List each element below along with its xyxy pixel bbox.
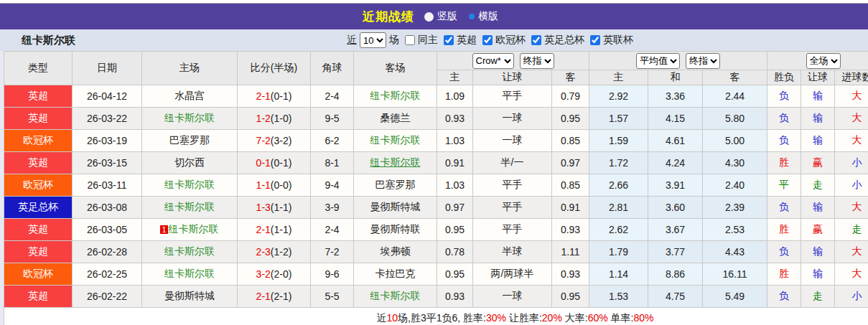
home-team[interactable]: 水晶宫 [142, 85, 238, 108]
wdl-result: 负 [767, 130, 801, 152]
avg-away-odds: 5.49 [703, 286, 767, 308]
handicap-result: 输 [801, 85, 835, 108]
bookmaker-select[interactable]: Crow* [472, 53, 514, 69]
average-select[interactable]: 平均值 [636, 53, 680, 69]
league-badge: 欧冠杯 [4, 130, 73, 152]
home-team[interactable]: 纽卡斯尔联 [142, 197, 238, 219]
away-team[interactable]: 纽卡斯尔联 [354, 130, 437, 152]
home-team[interactable]: 纽卡斯尔联 [142, 174, 238, 197]
home-team[interactable]: 纽卡斯尔联 [142, 108, 238, 130]
avg-draw-odds: 4.24 [648, 152, 703, 174]
goals-result: 大 [835, 108, 868, 130]
league-badge: 英超 [4, 85, 73, 108]
away-team[interactable]: 曼彻斯特城 [354, 197, 437, 219]
near-link[interactable]: 近 [347, 34, 357, 47]
crow-handicap: 平手 [473, 219, 552, 241]
page-title: 近期战绩 [363, 9, 414, 25]
away-team[interactable]: 曼彻斯特联 [354, 219, 437, 241]
home-team[interactable]: 纽卡斯尔联 [142, 263, 238, 286]
score-cell: 3-2(2-0) [238, 263, 311, 286]
away-team[interactable]: 纽卡斯尔联 [354, 152, 437, 174]
goals-result: 大 [835, 241, 868, 263]
crow-handicap: 半球 [473, 241, 552, 263]
scope-select[interactable]: 全场 [806, 53, 841, 69]
match-count-select[interactable]: 10 [360, 32, 386, 48]
avg-draw-odds: 3.77 [648, 241, 703, 263]
final-odds-select-2[interactable]: 终指 [686, 53, 720, 69]
crow-away-odds: 0.79 [552, 85, 589, 108]
avg-home-odds: 2.62 [589, 219, 648, 241]
games-label: 场 [389, 34, 399, 47]
ucl-checkbox[interactable] [482, 35, 493, 45]
layout-radio-group: 竖版 横版 [424, 10, 505, 23]
crow-handicap: 一球 [473, 108, 552, 130]
avg-draw-odds: 4.61 [648, 130, 703, 152]
away-team[interactable]: 纽卡斯尔联 [354, 286, 437, 308]
crow-handicap: 平手 [473, 174, 552, 197]
avg-draw-odds: 3.36 [648, 85, 703, 108]
league-filter-epl[interactable]: 英超 [441, 34, 477, 47]
facup-checkbox[interactable] [531, 35, 541, 45]
wdl-result: 负 [767, 197, 801, 219]
crow-home-odds: 1.09 [437, 85, 473, 108]
away-team[interactable]: 巴塞罗那 [354, 174, 437, 197]
epl-checkbox[interactable] [444, 35, 454, 45]
avg-away-odds: 4.43 [703, 241, 767, 263]
avg-away-odds: 2.44 [703, 85, 767, 108]
sub-header-avg-away: 客 [703, 70, 767, 85]
avg-draw-odds: 3.67 [648, 219, 703, 241]
score-cell: 1-1(0-0) [238, 174, 311, 197]
final-odds-select-1[interactable]: 终指 [520, 53, 554, 69]
home-team[interactable]: 巴塞罗那 [142, 130, 238, 152]
sub-header-handicap-result: 让球 [801, 70, 835, 85]
home-team[interactable]: 1纽卡斯尔联 [142, 219, 238, 241]
crow-away-odds: 0.91 [552, 197, 589, 219]
away-team[interactable]: 埃弗顿 [354, 241, 437, 263]
home-team[interactable]: 曼彻斯特城 [142, 286, 238, 308]
same-home-filter[interactable]: 同主 [402, 34, 438, 47]
league-badge: 英足总杯 [4, 197, 73, 219]
handicap-result: 输 [801, 197, 835, 219]
wdl-result: 平 [767, 174, 801, 197]
layout-option-horizontal[interactable]: 横版 [469, 10, 498, 23]
handicap-result: 输 [801, 108, 835, 130]
vertical-radio[interactable] [424, 12, 434, 22]
col-header-score: 比分(半场) [238, 52, 311, 85]
home-team[interactable]: 纽卡斯尔联 [142, 241, 238, 263]
table-row: 英超 26-03-22 纽卡斯尔联 1-2(1-0) 9-5 桑德兰 0.93 … [4, 108, 868, 130]
home-team[interactable]: 切尔西 [142, 152, 238, 174]
results-tbody: 英超 26-04-12 水晶宫 2-1(0-1) 2-4 纽卡斯尔联 1.09 … [4, 85, 868, 308]
league-filter-ucl[interactable]: 欧冠杯 [480, 34, 526, 47]
avg-home-odds: 2.81 [589, 197, 648, 219]
sub-header-goals: 进球数 [835, 70, 868, 85]
score-cell: 1-3(1-1) [238, 197, 311, 219]
wdl-result: 负 [767, 85, 801, 108]
goals-result: 小 [835, 152, 868, 174]
handicap-result: 输 [801, 241, 835, 263]
away-team[interactable]: 桑德兰 [354, 108, 437, 130]
col-header-home: 主场 [142, 52, 238, 85]
away-team[interactable]: 纽卡斯尔联 [354, 85, 437, 108]
avg-draw-odds: 4.15 [648, 108, 703, 130]
wdl-result: 负 [767, 286, 801, 308]
league-filter-facup[interactable]: 英足总杯 [528, 34, 584, 47]
title-bar: 近期战绩 竖版 横版 [0, 4, 868, 29]
col-header-date: 日期 [73, 52, 142, 85]
result-group: 全场 [767, 52, 868, 70]
crow-handicap: 两/两球半 [473, 263, 552, 286]
same-home-checkbox[interactable] [405, 35, 415, 45]
avg-draw-odds: 3.60 [648, 197, 703, 219]
table-row: 英超 26-04-12 水晶宫 2-1(0-1) 2-4 纽卡斯尔联 1.09 … [4, 85, 868, 108]
match-date: 26-03-22 [73, 108, 142, 130]
match-date: 26-02-25 [73, 263, 142, 286]
corner-cell: 3-9 [311, 197, 354, 219]
avg-home-odds: 1.14 [589, 263, 648, 286]
horizontal-radio[interactable] [469, 14, 475, 19]
crow-handicap: 一球 [473, 130, 552, 152]
handicap-result: 输 [801, 130, 835, 152]
layout-option-vertical[interactable]: 竖版 [424, 10, 457, 23]
eflcup-checkbox[interactable] [590, 35, 600, 45]
away-team[interactable]: 卡拉巴克 [354, 263, 437, 286]
league-filter-eflcup[interactable]: 英联杯 [587, 34, 633, 47]
score-cell: 2-3(1-2) [238, 241, 311, 263]
